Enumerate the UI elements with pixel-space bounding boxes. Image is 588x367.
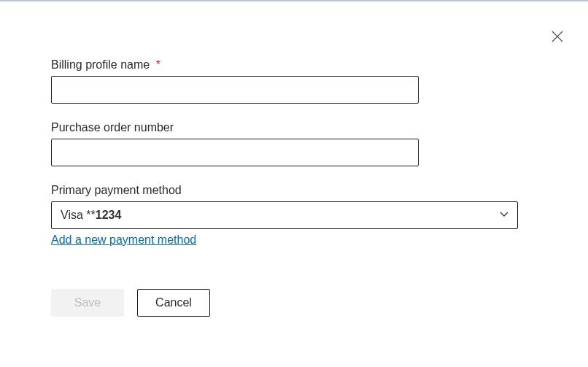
payment-method-field: Primary payment method Visa **1234 Add a…	[51, 184, 537, 247]
billing-profile-input[interactable]	[51, 76, 419, 104]
add-payment-method-link[interactable]: Add a new payment method	[51, 233, 196, 247]
payment-card-last4: 1234	[96, 209, 122, 221]
payment-method-select[interactable]: Visa **1234	[51, 201, 518, 229]
billing-profile-label: Billing profile name *	[51, 58, 537, 72]
payment-card-prefix: Visa **	[61, 209, 96, 221]
label-text: Billing profile name	[51, 58, 150, 71]
required-mark: *	[156, 58, 160, 71]
save-button[interactable]: Save	[51, 289, 124, 317]
cancel-button[interactable]: Cancel	[137, 289, 210, 317]
button-row: Save Cancel	[51, 289, 537, 317]
purchase-order-label: Purchase order number	[51, 121, 537, 134]
close-button[interactable]	[549, 29, 566, 47]
close-icon	[551, 30, 564, 46]
payment-method-label: Primary payment method	[51, 184, 537, 197]
billing-profile-field: Billing profile name *	[51, 58, 537, 104]
payment-method-selected: Visa **1234	[61, 209, 121, 222]
billing-form: Billing profile name * Purchase order nu…	[0, 1, 588, 317]
purchase-order-field: Purchase order number	[51, 121, 537, 166]
purchase-order-input[interactable]	[51, 139, 419, 166]
